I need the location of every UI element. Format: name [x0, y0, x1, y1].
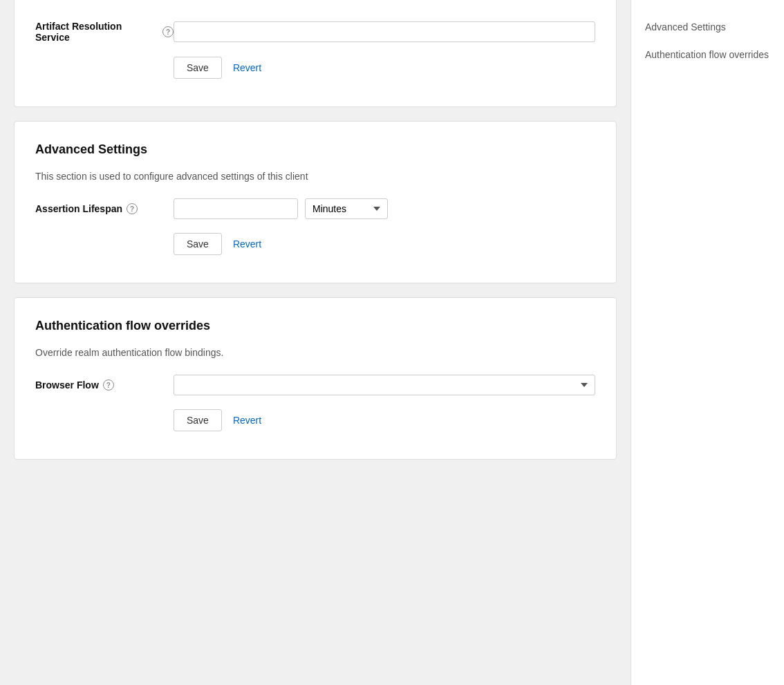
artifact-resolution-help-icon[interactable]: ? — [162, 26, 174, 37]
advanced-settings-button-row: Save Revert — [174, 233, 595, 255]
main-content: Artifact Resolution Service ? Save Rever… — [0, 0, 631, 685]
assertion-lifespan-help-icon[interactable]: ? — [127, 203, 138, 214]
browser-flow-select[interactable] — [174, 375, 595, 395]
artifact-resolution-label-text: Artifact Resolution Service — [35, 21, 158, 43]
auth-flow-overrides-description: Override realm authentication flow bindi… — [35, 347, 595, 358]
sidebar-item-advanced-settings-label: Advanced Settings — [645, 21, 726, 32]
auth-flow-overrides-section: Authentication flow overrides Override r… — [14, 297, 617, 460]
browser-flow-label: Browser Flow ? — [35, 379, 174, 391]
advanced-settings-save-button[interactable]: Save — [174, 233, 222, 255]
artifact-resolution-save-button[interactable]: Save — [174, 57, 222, 79]
sidebar-item-auth-flow-overrides-label: Authentication flow overrides — [645, 49, 769, 60]
sidebar: Advanced Settings Authentication flow ov… — [631, 0, 784, 685]
advanced-settings-title: Advanced Settings — [35, 142, 595, 157]
artifact-resolution-button-row: Save Revert — [174, 57, 595, 79]
assertion-lifespan-label: Assertion Lifespan ? — [35, 203, 174, 214]
assertion-lifespan-input[interactable] — [174, 198, 298, 219]
assertion-lifespan-inputs: Minutes Hours Days Seconds — [174, 198, 388, 219]
sidebar-item-advanced-settings[interactable]: Advanced Settings — [631, 14, 784, 41]
artifact-resolution-revert-button[interactable]: Revert — [233, 62, 261, 73]
artifact-resolution-section: Artifact Resolution Service ? Save Rever… — [14, 0, 617, 107]
auth-flow-button-row: Save Revert — [174, 409, 595, 431]
auth-flow-revert-button[interactable]: Revert — [233, 415, 261, 426]
auth-flow-save-button[interactable]: Save — [174, 409, 222, 431]
sidebar-item-auth-flow-overrides[interactable]: Authentication flow overrides — [631, 41, 784, 69]
advanced-settings-section: Advanced Settings This section is used t… — [14, 121, 617, 283]
artifact-resolution-row: Artifact Resolution Service ? — [35, 21, 595, 43]
browser-flow-help-icon[interactable]: ? — [103, 379, 114, 391]
artifact-resolution-input[interactable] — [174, 21, 595, 42]
auth-flow-overrides-title: Authentication flow overrides — [35, 319, 595, 333]
browser-flow-label-text: Browser Flow — [35, 379, 99, 391]
assertion-lifespan-label-text: Assertion Lifespan — [35, 203, 122, 214]
advanced-settings-revert-button[interactable]: Revert — [233, 238, 261, 250]
browser-flow-row: Browser Flow ? — [35, 375, 595, 395]
advanced-settings-description: This section is used to configure advanc… — [35, 171, 595, 182]
assertion-lifespan-unit-select[interactable]: Minutes Hours Days Seconds — [305, 198, 388, 219]
assertion-lifespan-row: Assertion Lifespan ? Minutes Hours Days … — [35, 198, 595, 219]
artifact-resolution-label: Artifact Resolution Service ? — [35, 21, 174, 43]
